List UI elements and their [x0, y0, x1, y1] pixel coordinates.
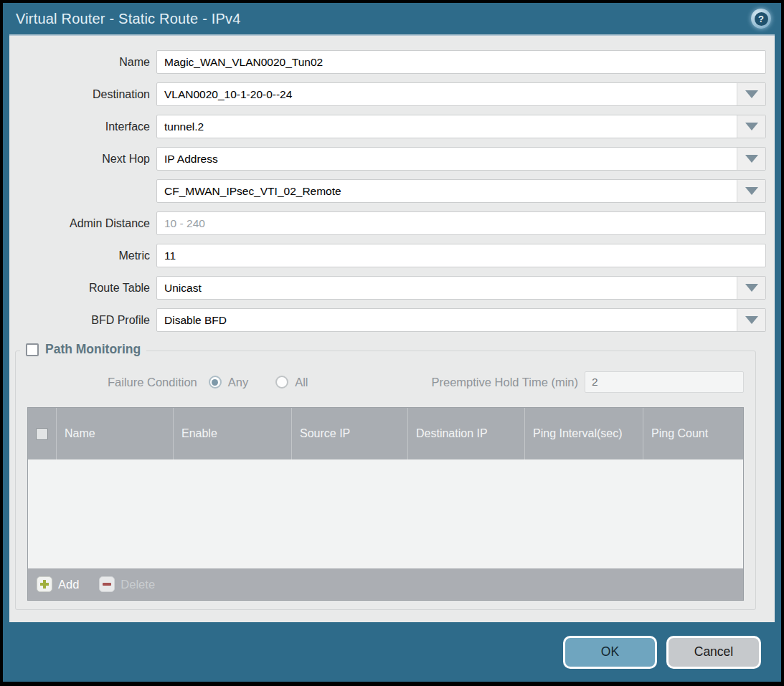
next-hop-dropdown-button[interactable] — [737, 148, 765, 170]
admin-distance-input[interactable] — [156, 211, 766, 235]
dialog-footer: OK Cancel — [3, 622, 781, 682]
radio-dot — [212, 379, 218, 386]
table-header: Name Enable Source IP Destination IP Pin… — [28, 408, 743, 459]
chevron-down-icon — [745, 123, 758, 130]
select-all-checkbox[interactable] — [36, 428, 48, 440]
column-header-ping-count[interactable]: Ping Count — [643, 408, 743, 459]
column-header-ping-interval[interactable]: Ping Interval(sec) — [524, 408, 643, 459]
chevron-down-icon — [745, 90, 758, 98]
metric-label: Metric — [9, 249, 156, 262]
title-bar: Virtual Router - Static Route - IPv4 ? — [3, 3, 781, 34]
bfd-profile-field-wrap — [156, 308, 766, 332]
next-hop-label: Next Hop — [9, 153, 156, 166]
help-icon[interactable]: ? — [751, 9, 771, 29]
route-table-label: Route Table — [9, 282, 156, 295]
next-hop-field-wrap — [156, 147, 766, 171]
destination-field-wrap — [156, 82, 766, 106]
column-header-destination-ip[interactable]: Destination IP — [407, 408, 524, 459]
admin-distance-row: Admin Distance — [9, 211, 766, 235]
next-hop-address-dropdown-button[interactable] — [737, 180, 765, 202]
next-hop-address-input[interactable] — [156, 179, 766, 203]
failure-condition-row: Failure Condition Any All Preemptive Hol… — [27, 371, 744, 393]
header-checkbox-cell — [28, 408, 56, 459]
delete-button-label: Delete — [121, 578, 155, 591]
metric-row: Metric — [9, 244, 766, 267]
column-header-source-ip[interactable]: Source IP — [291, 408, 407, 459]
delete-minus-icon — [99, 576, 115, 592]
bfd-profile-input[interactable] — [156, 308, 766, 332]
destination-dropdown-button[interactable] — [737, 83, 765, 105]
route-table-input[interactable] — [156, 276, 766, 300]
destination-label: Destination — [9, 88, 156, 101]
radio-all-label: All — [295, 376, 308, 389]
static-route-dialog: Virtual Router - Static Route - IPv4 ? N… — [3, 3, 781, 682]
name-field-wrap — [156, 50, 766, 74]
radio-all[interactable] — [275, 376, 288, 389]
interface-field-wrap — [156, 115, 766, 138]
route-table-dropdown-button[interactable] — [737, 277, 765, 299]
help-question-glyph: ? — [755, 12, 768, 26]
radio-any-label: Any — [228, 376, 248, 389]
metric-field-wrap — [156, 244, 766, 267]
admin-distance-field-wrap — [156, 211, 766, 235]
name-label: Name — [9, 56, 156, 69]
bfd-profile-label: BFD Profile — [9, 314, 156, 327]
interface-input[interactable] — [156, 115, 766, 138]
route-table-field-wrap — [156, 276, 766, 300]
ok-button[interactable]: OK — [563, 636, 657, 669]
bfd-profile-dropdown-button[interactable] — [737, 309, 765, 331]
name-input[interactable] — [156, 50, 766, 74]
next-hop-address-row — [9, 179, 766, 203]
next-hop-type-input[interactable] — [156, 147, 766, 171]
destination-row: Destination — [9, 82, 766, 106]
cancel-button[interactable]: Cancel — [666, 636, 761, 669]
interface-label: Interface — [9, 120, 156, 133]
route-table-row: Route Table — [9, 276, 766, 300]
failure-condition-label: Failure Condition — [108, 376, 197, 389]
preemptive-hold-time-input[interactable] — [585, 371, 744, 393]
path-monitoring-section: Path Monitoring Failure Condition Any Al… — [15, 351, 756, 610]
add-button-label: Add — [58, 578, 79, 591]
column-header-enable[interactable]: Enable — [173, 408, 291, 459]
interface-row: Interface — [9, 115, 766, 138]
chevron-down-icon — [745, 316, 758, 324]
path-monitoring-legend: Path Monitoring — [20, 342, 146, 357]
path-monitoring-checkbox[interactable] — [26, 343, 39, 356]
bfd-profile-row: BFD Profile — [9, 308, 766, 332]
radio-any[interactable] — [209, 376, 222, 389]
path-monitoring-title: Path Monitoring — [45, 342, 141, 357]
add-button[interactable]: Add — [37, 576, 79, 592]
column-header-name[interactable]: Name — [56, 408, 173, 459]
name-row: Name — [9, 50, 766, 74]
table-body-empty — [28, 459, 743, 568]
metric-input[interactable] — [156, 244, 766, 267]
table-action-bar: Add Delete — [28, 568, 743, 600]
destination-input[interactable] — [156, 82, 766, 106]
chevron-down-icon — [745, 155, 758, 163]
preemptive-hold-time-label: Preemptive Hold Time (min) — [432, 376, 578, 389]
chevron-down-icon — [745, 284, 758, 292]
chevron-down-icon — [745, 187, 758, 195]
dialog-title: Virtual Router - Static Route - IPv4 — [16, 11, 241, 27]
next-hop-row: Next Hop — [9, 147, 766, 171]
next-hop-address-field-wrap — [156, 179, 766, 203]
dialog-content: Name Destination Interface — [9, 34, 775, 622]
interface-dropdown-button[interactable] — [737, 115, 765, 138]
delete-button[interactable]: Delete — [99, 576, 155, 592]
admin-distance-label: Admin Distance — [9, 217, 156, 230]
path-monitoring-table: Name Enable Source IP Destination IP Pin… — [27, 407, 744, 601]
add-plus-icon — [37, 576, 52, 592]
